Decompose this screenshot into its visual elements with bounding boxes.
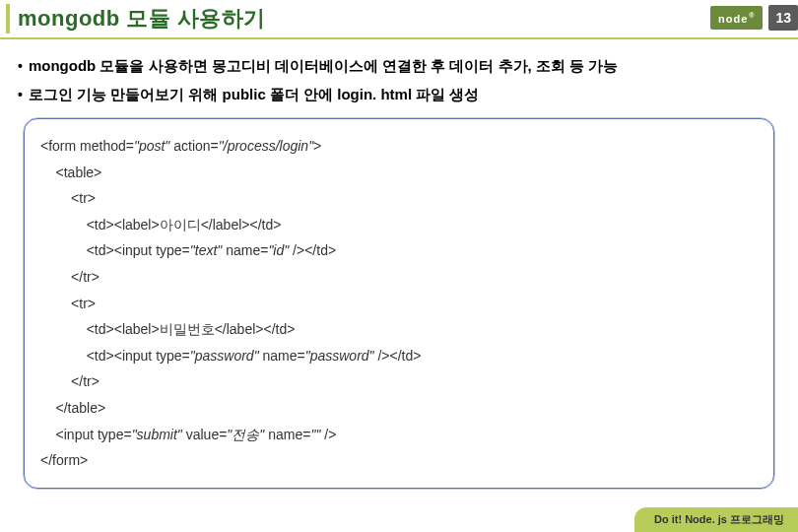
content-area: • mongodb 모듈을 사용하면 몽고디비 데이터베이스에 연결한 후 데이…	[0, 39, 798, 489]
bullet-text: 로그인 기능 만들어보기 위해 public 폴더 안에 login. html…	[29, 86, 480, 104]
code-line: <table>	[40, 160, 758, 186]
slide-title: mongodb 모듈 사용하기	[18, 4, 266, 33]
code-line: <tr>	[40, 291, 758, 317]
code-line: <tr>	[40, 185, 758, 212]
code-line: </tr>	[40, 368, 758, 395]
code-line: <td><input type="password" name="passwor…	[40, 343, 758, 369]
bullet-text: mongodb 모듈을 사용하면 몽고디비 데이터베이스에 연결한 후 데이터 …	[29, 57, 618, 76]
code-line: <td><label>비밀번호</label></td>	[40, 316, 758, 343]
code-line: <form method="post" action="/process/log…	[40, 133, 758, 160]
node-logo: node	[710, 6, 763, 31]
bullet-item-2: • 로그인 기능 만들어보기 위해 public 폴더 안에 login. ht…	[18, 86, 780, 104]
code-line: <td><input type="text" name="id" /></td>	[40, 237, 758, 264]
code-line: <input type="submit" value="전송" name="" …	[40, 422, 758, 448]
code-line: </tr>	[40, 264, 758, 291]
code-line: </table>	[40, 395, 758, 422]
slide-header: mongodb 모듈 사용하기 node 13	[0, 0, 798, 39]
bullet-dot-icon: •	[18, 58, 23, 74]
footer-label: Do it! Node. js 프로그래밍	[634, 507, 798, 532]
code-line: <td><label>아이디</label></td>	[40, 212, 758, 238]
code-line: </form>	[40, 447, 758, 474]
bullet-item-1: • mongodb 모듈을 사용하면 몽고디비 데이터베이스에 연결한 후 데이…	[18, 57, 780, 76]
header-accent-bar	[6, 4, 10, 33]
header-right-group: node 13	[710, 5, 798, 31]
code-block: <form method="post" action="/process/log…	[24, 118, 774, 489]
page-number: 13	[768, 5, 798, 31]
bullet-dot-icon: •	[18, 87, 23, 102]
